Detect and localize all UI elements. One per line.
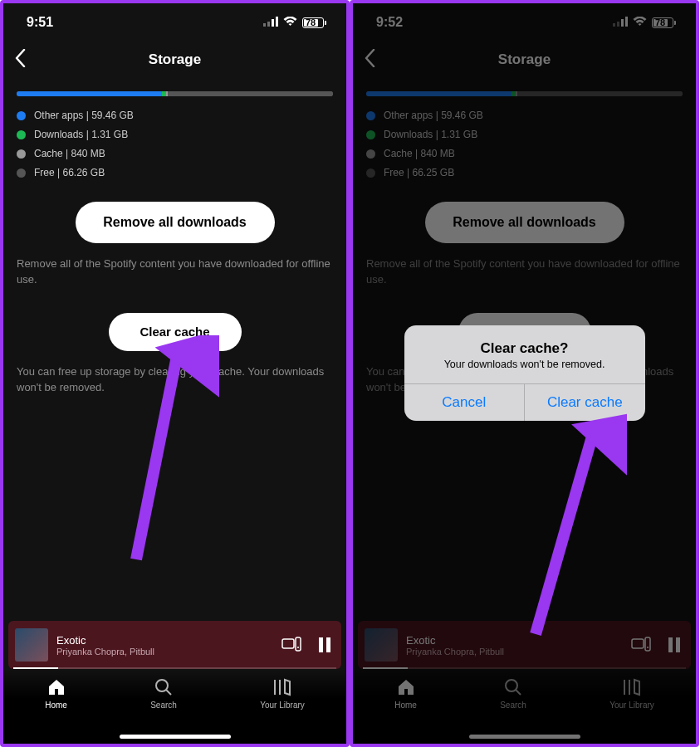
dot-icon [17, 111, 26, 120]
nav-home[interactable]: Home [45, 677, 67, 710]
battery-icon: 78 [302, 17, 326, 28]
pause-icon[interactable] [318, 637, 331, 652]
devices-icon[interactable] [281, 637, 301, 653]
dialog-title: Clear cache? [419, 340, 630, 357]
home-icon [47, 677, 66, 697]
np-title: Exotic [56, 634, 273, 647]
dot-icon [17, 168, 26, 178]
legend-free: Free | 66.26 GB [17, 167, 333, 178]
dialog-message: Your downloads won't be removed. [419, 359, 630, 370]
remove-all-downloads-button[interactable]: Remove all downloads [76, 202, 275, 243]
dialog-confirm-button[interactable]: Clear cache [524, 384, 645, 421]
svg-rect-4 [282, 639, 294, 648]
svg-rect-1 [267, 22, 270, 27]
svg-point-9 [156, 680, 168, 691]
svg-rect-8 [326, 637, 330, 652]
search-icon [154, 677, 174, 697]
nav-search[interactable]: Search [150, 677, 177, 710]
nav-library[interactable]: Your Library [260, 677, 305, 710]
bottom-nav: Home Search Your Library [3, 669, 346, 744]
np-progress [13, 667, 336, 669]
storage-bar [17, 91, 333, 96]
svg-point-6 [297, 647, 299, 648]
downloads-helper: Remove all of the Spotify content you ha… [3, 253, 346, 291]
status-bar: 9:51 78 [3, 3, 346, 42]
home-indicator[interactable] [120, 735, 231, 739]
np-artist: Priyanka Chopra, Pitbull [56, 647, 273, 657]
clear-cache-dialog: Clear cache? Your downloads won't be rem… [404, 325, 645, 421]
clear-cache-button[interactable]: Clear cache [109, 313, 242, 351]
svg-rect-0 [263, 23, 266, 27]
album-art [15, 628, 48, 662]
svg-rect-5 [296, 637, 301, 651]
storage-legend: Other apps | 59.46 GB Downloads | 1.31 G… [3, 105, 346, 183]
back-button[interactable] [15, 49, 26, 71]
svg-rect-3 [276, 17, 278, 27]
now-playing-bar[interactable]: Exotic Priyanka Chopra, Pitbull [8, 621, 341, 669]
svg-line-10 [166, 690, 171, 695]
page-title: Storage [3, 51, 346, 68]
bar-other-apps [17, 91, 162, 96]
svg-rect-2 [272, 19, 274, 27]
library-icon [272, 677, 292, 697]
dialog-cancel-button[interactable]: Cancel [404, 384, 525, 421]
legend-downloads: Downloads | 1.31 GB [17, 129, 333, 140]
screenshot-left: 9:51 78 Storage [0, 0, 350, 747]
cache-helper: You can free up storage by clearing your… [3, 361, 346, 399]
bar-free [168, 91, 333, 96]
svg-rect-7 [319, 637, 323, 652]
dot-icon [17, 130, 26, 139]
screenshot-right: 9:52 78 Storage Other apps | 59.46 GB Do… [350, 0, 699, 747]
wifi-icon [283, 15, 297, 30]
status-time: 9:51 [27, 15, 53, 30]
header: Storage [3, 42, 346, 78]
dot-icon [17, 149, 26, 159]
legend-cache: Cache | 840 MB [17, 148, 333, 159]
legend-other-apps: Other apps | 59.46 GB [17, 110, 333, 121]
signal-icon [263, 15, 278, 30]
